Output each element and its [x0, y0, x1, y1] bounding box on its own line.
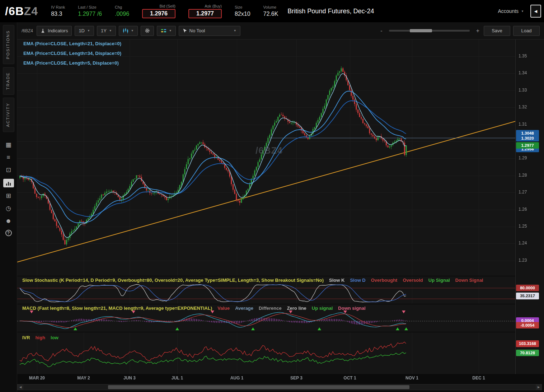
candlestick-icon [123, 28, 128, 33]
x-axis-label: SEP 3 [290, 375, 303, 381]
chart-toolbar: /6BZ4 Indicators 1D ▼ 1Y ▼ ▼ ▼ No Tool [17, 22, 544, 39]
drawing-sets-dropdown[interactable]: ▼ [157, 26, 176, 36]
accounts-dropdown[interactable]: Accounts ▼ [498, 8, 524, 14]
tool-value: No Tool [189, 28, 205, 33]
legend-down-signal: Down Signal [455, 277, 483, 283]
legend-average: Average [235, 305, 253, 311]
legend-overbought: Overbought [371, 277, 398, 283]
ledger-icon[interactable]: ≡ [4, 154, 13, 162]
zoom-out-button[interactable]: - [379, 28, 384, 34]
quote-header: /6BZ4 IV Rank 83.3 Last / Size 1.2977 /6… [0, 0, 544, 22]
chevron-down-icon: ▼ [521, 10, 524, 13]
chart-watermark: /6BZ4 [255, 145, 283, 156]
sidebar-icon-list: ▦≡⊡⊞◷☻? [0, 141, 17, 236]
x-axis-label: MAY 2 [77, 375, 90, 381]
monitor-icon[interactable]: ⊡ [4, 166, 13, 174]
accounts-label: Accounts [498, 8, 519, 14]
save-button[interactable]: Save [484, 26, 510, 36]
toolbar-symbol-label: /6BZ4 [22, 28, 33, 33]
stat-ask: Ask (Buy) 1.2977 [188, 4, 222, 18]
size-label: Size [235, 5, 242, 9]
stat-last-size: Last / Size 1.2977 /6 [78, 5, 102, 17]
zoom-slider-thumb[interactable] [410, 29, 432, 32]
volume-label: Volume [263, 5, 277, 9]
scroll-right-button[interactable]: ▶ [536, 384, 541, 390]
legend-difference: Difference [259, 305, 282, 311]
sidebar-tab-trade[interactable]: TRADE [3, 67, 14, 95]
study-label-ema5[interactable]: EMA (Price=CLOSE, Length=5, Displace=0) [23, 60, 119, 66]
ivr-legend: highlow [30, 335, 58, 340]
help-icon[interactable]: ? [5, 230, 12, 236]
study-label-ema21[interactable]: EMA (Price=CLOSE, Length=21, Displace=0) [23, 41, 121, 46]
range-value: 1Y [101, 28, 107, 33]
clock-icon[interactable]: ◷ [4, 205, 13, 213]
range-dropdown[interactable]: 1Y ▼ [97, 26, 116, 36]
symbol-suffix: Z4 [24, 5, 38, 18]
stoch-study-label[interactable]: Slow Stochastic (K Period=14, D Period=9… [22, 277, 324, 283]
chevron-down-icon: ▼ [109, 29, 112, 32]
stochastic-header: Slow Stochastic (K Period=14, D Period=9… [22, 277, 513, 283]
sidebar-tab-activity[interactable]: ACTIVITY [3, 98, 14, 132]
legend-low: low [51, 335, 58, 340]
symbol-root: /6B [5, 5, 24, 18]
indicators-button[interactable]: Indicators [37, 26, 72, 36]
legend-up-signal: Up signal [312, 305, 333, 311]
ask-label: Ask (Buy) [205, 4, 222, 8]
ivr-study-label[interactable]: IVR [22, 335, 30, 340]
x-axis-label: JUL 1 [172, 375, 183, 381]
chevron-left-icon: ◀ [534, 9, 537, 14]
bid-button[interactable]: 1.2976 [142, 9, 175, 18]
legend-up-signal: Up Signal [428, 277, 450, 283]
stat-volume: Volume 72.6K [263, 5, 278, 17]
scrollbar-thumb[interactable] [108, 385, 409, 389]
left-sidebar: POSITIONS TRADE ACTIVITY ▦≡⊡⊞◷☻? [0, 22, 17, 392]
grid-icon[interactable]: ⊞ [4, 192, 13, 200]
legend-high: high [36, 335, 45, 340]
macd-header: MACD (Fast length=8, Slow length=21, MAC… [22, 305, 513, 311]
legend-slow-d: Slow D [350, 277, 365, 283]
gear-icon [145, 28, 150, 33]
ask-button[interactable]: 1.2977 [188, 9, 222, 18]
price-chart[interactable] [17, 39, 515, 276]
legend-oversold: Oversold [403, 277, 423, 283]
load-button[interactable]: Load [513, 26, 540, 36]
chg-value: .0096 [115, 11, 129, 17]
chg-label: Chg [115, 5, 122, 9]
chevron-down-icon: ▼ [87, 29, 90, 32]
study-label-ema34[interactable]: EMA (Price=CLOSE, Length=34, Displace=0) [23, 51, 121, 56]
symbol-display: /6BZ4 [5, 5, 38, 18]
x-axis-label: AUG 1 [230, 375, 244, 381]
legend-slow-k: Slow K [329, 277, 344, 283]
zoom-in-button[interactable]: + [475, 28, 481, 34]
chevron-down-icon: ▼ [234, 29, 236, 32]
scroll-left-button[interactable]: ◀ [18, 384, 23, 390]
macd-study-label[interactable]: MACD (Fast length=8, Slow length=21, MAC… [22, 305, 212, 311]
last-size-value: 1.2977 /6 [78, 11, 102, 17]
iv-rank-value: 83.3 [51, 11, 62, 17]
x-axis-label: NOV 1 [405, 375, 418, 381]
patterns-icon [161, 28, 167, 33]
timeframe-value: 1D [79, 28, 85, 33]
flask-icon [41, 28, 45, 33]
collapse-panel-button[interactable]: ◀ [530, 5, 541, 18]
bid-label: Bid (Sell) [159, 4, 175, 8]
people-icon[interactable]: ☻ [4, 217, 13, 225]
calculator-icon[interactable]: ▦ [4, 141, 13, 149]
x-axis-label: OCT 1 [343, 375, 356, 381]
ivr-header: IVR highlow [22, 335, 513, 340]
cursor-icon [183, 28, 187, 33]
iv-rank-label: IV Rank [51, 5, 65, 9]
chart-icon[interactable] [3, 179, 14, 187]
drawing-tool-dropdown[interactable]: No Tool ▼ [179, 26, 240, 36]
horizontal-scrollbar[interactable]: ◀ ▶ [17, 384, 542, 390]
chevron-down-icon: ▼ [169, 29, 172, 32]
macd-legend: ValueAverageDifferenceZero lineUp signal… [212, 305, 366, 311]
zoom-slider[interactable] [389, 30, 470, 32]
sidebar-tab-positions[interactable]: POSITIONS [3, 25, 14, 64]
indicators-label: Indicators [48, 28, 68, 33]
chart-style-dropdown[interactable]: ▼ [119, 26, 138, 36]
last-size-label: Last / Size [78, 5, 96, 9]
timeframe-dropdown[interactable]: 1D ▼ [75, 26, 94, 36]
chart-settings-button[interactable] [141, 26, 154, 36]
instrument-title: British Pound Futures, Dec-24 [287, 8, 374, 15]
